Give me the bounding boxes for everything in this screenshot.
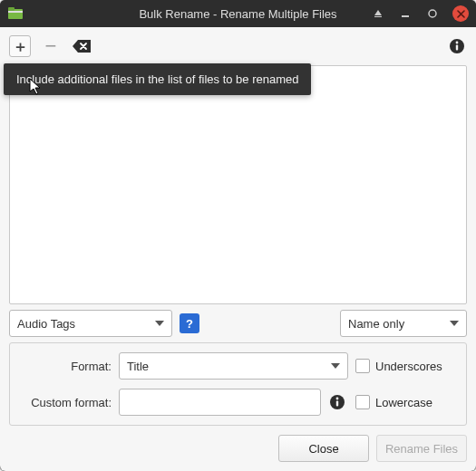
remove-files-button[interactable]: −: [40, 35, 62, 57]
rename-files-button: Rename Files: [376, 435, 467, 462]
footer: Close Rename Files: [9, 435, 467, 462]
window-content: ＋ − Include additional files in the list…: [0, 27, 476, 471]
close-icon[interactable]: [452, 5, 469, 22]
toolbar: ＋ − Include additional files in the list…: [9, 33, 467, 60]
svg-point-7: [456, 42, 459, 44]
chevron-down-icon: [450, 321, 459, 326]
window-controls: [371, 5, 469, 22]
close-button-label: Close: [308, 442, 338, 456]
keep-above-icon[interactable]: [371, 6, 385, 21]
lowercase-checkbox[interactable]: [355, 395, 370, 409]
underscores-label: Underscores: [375, 360, 442, 373]
column-select-value: Name only: [348, 317, 404, 331]
svg-point-5: [429, 10, 436, 17]
custom-format-label: Custom format:: [21, 396, 112, 409]
mode-select[interactable]: Audio Tags: [9, 310, 172, 337]
help-button[interactable]: ?: [180, 313, 199, 333]
format-label: Format:: [21, 360, 112, 373]
clear-files-button[interactable]: [71, 35, 92, 57]
lowercase-label: Lowercase: [375, 396, 432, 409]
svg-rect-3: [374, 16, 382, 17]
column-select[interactable]: Name only: [340, 310, 467, 337]
custom-format-input[interactable]: [119, 389, 321, 416]
svg-rect-4: [402, 15, 409, 17]
svg-rect-1: [8, 7, 15, 11]
mode-select-value: Audio Tags: [17, 317, 75, 331]
format-select[interactable]: Title: [119, 352, 348, 380]
titlebar: Bulk Rename - Rename Multiple Files: [0, 0, 476, 27]
lowercase-option[interactable]: Lowercase: [355, 395, 455, 409]
underscores-option[interactable]: Underscores: [355, 359, 455, 373]
chevron-down-icon: [155, 321, 164, 326]
options-box: Format: Title Underscores Custom format:…: [9, 342, 467, 426]
help-button-label: ?: [186, 317, 193, 331]
format-select-value: Title: [127, 360, 149, 373]
maximize-icon[interactable]: [425, 6, 440, 21]
svg-point-10: [336, 398, 339, 400]
info-icon[interactable]: [447, 36, 467, 56]
svg-rect-2: [8, 11, 23, 13]
minimize-icon[interactable]: [398, 6, 413, 21]
app-icon: [7, 5, 24, 22]
svg-rect-8: [456, 45, 458, 51]
close-button[interactable]: Close: [278, 435, 369, 462]
app-window: Bulk Rename - Rename Multiple Files ＋ −: [0, 0, 476, 471]
underscores-checkbox[interactable]: [355, 359, 370, 373]
file-list[interactable]: [9, 65, 467, 304]
add-files-button[interactable]: ＋: [9, 35, 31, 57]
svg-rect-11: [336, 401, 338, 407]
add-files-tooltip: Include additional files in the list of …: [4, 63, 311, 95]
rename-files-button-label: Rename Files: [385, 442, 458, 456]
mode-row: Audio Tags ? Name only: [9, 310, 467, 337]
chevron-down-icon: [331, 363, 340, 369]
custom-format-info-icon[interactable]: [328, 393, 346, 411]
